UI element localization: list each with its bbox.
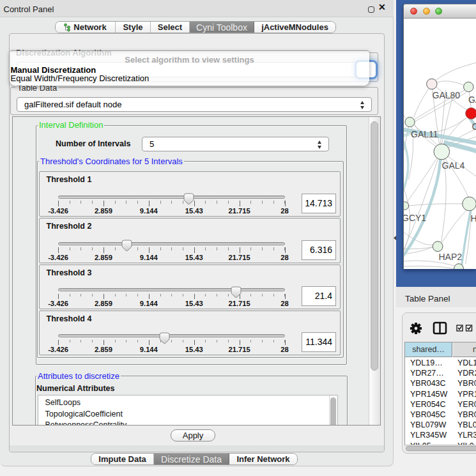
svg-text:H: H — [471, 213, 476, 224]
svg-text:GCY1: GCY1 — [404, 213, 426, 223]
svg-text:GAL80: GAL80 — [433, 90, 461, 100]
svg-text:C: C — [472, 121, 476, 132]
svg-text:GA: GA — [468, 95, 476, 105]
svg-text:GAL4: GAL4 — [442, 160, 465, 171]
svg-text:GAL11: GAL11 — [411, 129, 438, 139]
svg-text:HAP2: HAP2 — [439, 252, 463, 262]
